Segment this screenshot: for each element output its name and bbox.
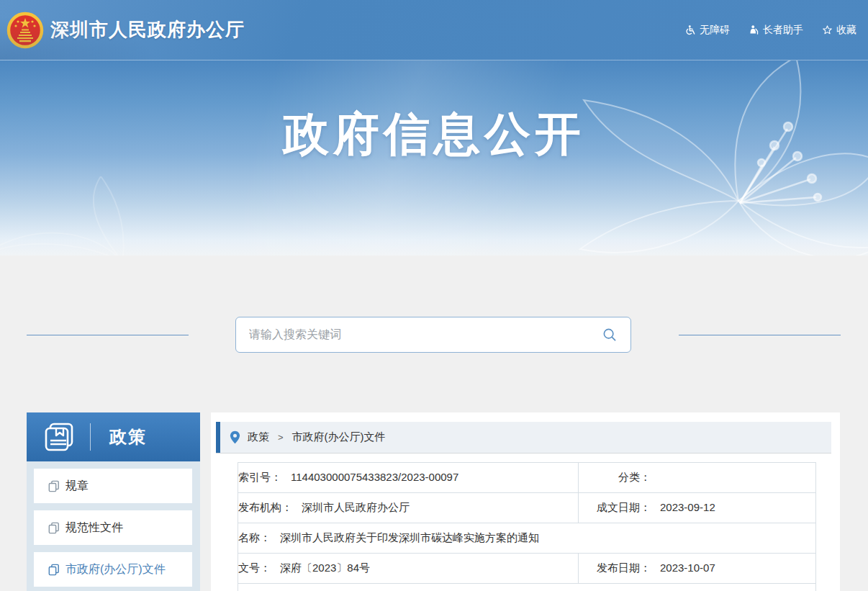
petal-decoration: [0, 176, 137, 256]
policy-sidebar: 政策 规章 规范性文件 市政府(办公厅)文件: [27, 412, 200, 591]
decorative-line-left: [27, 335, 189, 335]
breadcrumb-separator: >: [278, 432, 284, 443]
sidebar-menu: 规章 规范性文件 市政府(办公厅)文件: [27, 461, 200, 591]
sidebar-item-normative-documents[interactable]: 规范性文件: [34, 510, 192, 545]
document-number-label: 文号：: [238, 561, 271, 574]
issuing-agency-label: 发布机构：: [238, 501, 292, 513]
table-row: 发布机构：深圳市人民政府办公厅 成文日期：2023-09-12: [238, 493, 816, 523]
table-row: 文号：深府〔2023〕84号 发布日期：2023-10-07: [238, 554, 816, 584]
hero-banner: 政府信息公开: [0, 60, 868, 256]
table-row: 索引号：114403000075433823/2023-00097 分类：: [238, 463, 816, 493]
document-meta-table: 索引号：114403000075433823/2023-00097 分类： 发布…: [238, 462, 816, 591]
elder-assist-link[interactable]: 长者助手: [749, 24, 803, 37]
favorite-link[interactable]: 收藏: [822, 24, 856, 37]
document-title-label: 名称：: [238, 531, 271, 543]
accessibility-link[interactable]: 无障碍: [684, 24, 730, 37]
written-date-value: 2023-09-12: [660, 501, 715, 513]
search-section: [0, 317, 868, 354]
index-number-cell: 索引号：114403000075433823/2023-00097: [238, 463, 579, 493]
national-emblem-logo: [6, 11, 44, 50]
search-box: [235, 317, 631, 353]
partial-row-cell: [238, 584, 816, 591]
search-icon: [602, 327, 618, 343]
elder-assist-label: 长者助手: [763, 24, 803, 37]
site-title: 深圳市人民政府办公厅: [50, 17, 245, 42]
table-row: 名称：深圳市人民政府关于印发深圳市碳达峰实施方案的通知: [238, 523, 816, 554]
content-panel: 政策 > 市政府(办公厅)文件 索引号：114403000075433823/2…: [211, 412, 840, 591]
sidebar-item-label: 规章: [65, 479, 89, 494]
sidebar-item-regulations[interactable]: 规章: [34, 469, 192, 503]
document-icon: [48, 480, 60, 492]
document-number-value: 深府〔2023〕84号: [280, 561, 370, 574]
table-row-partial: [238, 584, 816, 591]
sidebar-item-label: 市政府(办公厅)文件: [65, 562, 166, 577]
document-icon: [48, 522, 60, 534]
category-cell: 分类：: [579, 463, 816, 493]
elder-icon: [749, 24, 759, 35]
index-number-label: 索引号：: [238, 471, 281, 483]
decorative-line-right: [679, 335, 841, 335]
sidebar-header-divider: [90, 423, 91, 451]
lily-flower-decoration: [559, 60, 868, 256]
document-title-cell: 名称：深圳市人民政府关于印发深圳市碳达峰实施方案的通知: [238, 523, 816, 554]
document-number-cell: 文号：深府〔2023〕84号: [238, 554, 579, 584]
search-input[interactable]: [249, 328, 600, 341]
document-title-value: 深圳市人民政府关于印发深圳市碳达峰实施方案的通知: [280, 531, 539, 543]
breadcrumb: 政策 > 市政府(办公厅)文件: [216, 422, 831, 454]
sidebar-title: 政策: [109, 425, 147, 448]
written-date-label: 成文日期：: [579, 501, 651, 515]
sidebar-item-label: 规范性文件: [65, 520, 123, 536]
publish-date-value: 2023-10-07: [660, 561, 715, 574]
breadcrumb-root[interactable]: 政策: [248, 430, 269, 444]
publish-date-label: 发布日期：: [579, 561, 651, 575]
accessibility-label: 无障碍: [700, 24, 730, 37]
books-icon: [42, 422, 76, 452]
top-utility-links: 无障碍 长者助手 收藏: [684, 0, 856, 60]
sidebar-item-municipal-documents[interactable]: 市政府(办公厅)文件: [34, 552, 192, 587]
breadcrumb-current[interactable]: 市政府(办公厅)文件: [292, 430, 386, 444]
search-button[interactable]: [600, 325, 619, 344]
publish-date-cell: 发布日期：2023-10-07: [579, 554, 816, 584]
breadcrumb-accent-bar: [216, 422, 220, 453]
document-icon: [48, 564, 60, 576]
star-icon: [822, 24, 833, 35]
issuing-agency-value: 深圳市人民政府办公厅: [302, 501, 410, 513]
issuing-agency-cell: 发布机构：深圳市人民政府办公厅: [238, 493, 579, 523]
category-label: 分类：: [579, 471, 651, 484]
written-date-cell: 成文日期：2023-09-12: [579, 493, 816, 523]
sidebar-header: 政策: [27, 412, 200, 461]
location-pin-icon: [230, 430, 240, 444]
favorite-label: 收藏: [836, 24, 856, 37]
index-number-value: 114403000075433823/2023-00097: [291, 471, 458, 483]
page-title: 政府信息公开: [0, 111, 868, 157]
accessibility-icon: [684, 24, 696, 36]
top-header-bar: 深圳市人民政府办公厅 无障碍 长者助手 收藏: [0, 0, 868, 60]
